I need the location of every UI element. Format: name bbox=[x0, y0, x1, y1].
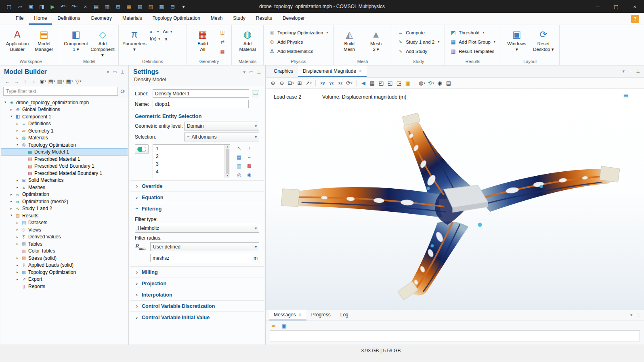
section-equation[interactable]: ›Equation bbox=[130, 192, 264, 203]
image-snapshot-icon[interactable]: ◉ bbox=[436, 79, 444, 87]
menu-tab-results[interactable]: Results bbox=[251, 13, 277, 25]
chevron-right-icon[interactable]: ▸ bbox=[9, 200, 13, 203]
chevron-down-icon[interactable]: ▸ bbox=[10, 214, 13, 218]
zoom-to-selection-icon[interactable]: ◎ bbox=[234, 171, 244, 179]
ribbon-button-geometry-actions[interactable]: ▦ bbox=[219, 48, 227, 55]
tree-item-derived-values[interactable]: ▸∑Derived Values bbox=[1, 234, 128, 241]
tree-item-reports[interactable]: ▯Reports bbox=[1, 283, 128, 290]
float-panel-icon[interactable]: ▭ bbox=[628, 69, 632, 74]
table-icon[interactable]: ▩ bbox=[157, 2, 167, 11]
show-icon[interactable]: ◉▾ bbox=[39, 77, 47, 85]
tree-item-results[interactable]: ▸▥Results bbox=[1, 212, 128, 219]
section-control-variable-discretization[interactable]: ›Control Variable Discretization bbox=[130, 300, 264, 311]
ribbon-button-constants[interactable]: π bbox=[163, 36, 169, 42]
menu-tab-developer[interactable]: Developer bbox=[277, 13, 310, 25]
chevron-right-icon[interactable]: ▸ bbox=[9, 207, 13, 210]
chevron-right-icon[interactable]: ▸ bbox=[15, 256, 19, 260]
graphics-canvas[interactable]: Load case 2 Volume: Displacement magnitu… bbox=[266, 89, 644, 309]
selection-list-item[interactable]: 3 bbox=[153, 160, 230, 168]
messages-tab-log[interactable]: Log bbox=[336, 309, 353, 320]
section-interpolation[interactable]: ›Interpolation bbox=[130, 289, 264, 300]
ribbon-button-application-builder[interactable]: AApplicationBuilder bbox=[4, 26, 30, 58]
tree-item-geometry-1[interactable]: ▸▱Geometry 1 bbox=[1, 127, 128, 135]
zoom-extents-icon[interactable]: ⊞ bbox=[296, 79, 304, 87]
tree-item-optimization[interactable]: ▸∞Optimization bbox=[1, 191, 128, 198]
messages-content[interactable] bbox=[270, 330, 640, 341]
chevron-right-icon[interactable]: ▸ bbox=[15, 263, 19, 267]
move-down-icon[interactable]: ↓ bbox=[30, 77, 38, 85]
tree-item-meshes[interactable]: ▸▲Meshes bbox=[1, 184, 128, 191]
ribbon-button-add-plot-group[interactable]: ▦Add Plot Group▾ bbox=[448, 38, 498, 46]
view-lock-icon[interactable]: ▣ bbox=[404, 79, 412, 87]
minimize-button[interactable]: ─ bbox=[588, 0, 607, 13]
tree-item-materials[interactable]: ▸◍Materials bbox=[1, 135, 128, 142]
refresh-icon[interactable]: ⟳ bbox=[120, 88, 125, 95]
pin-panel-icon[interactable]: ⊥ bbox=[257, 69, 261, 75]
save-icon[interactable]: ▣ bbox=[26, 2, 36, 11]
copy-selection-icon[interactable]: ▤ bbox=[234, 153, 244, 161]
selection-list-item[interactable]: 1 bbox=[153, 145, 230, 152]
show-selection-icon[interactable]: ◉ bbox=[244, 171, 254, 179]
ribbon-button-model-manager[interactable]: ▤ModelManager bbox=[31, 26, 57, 58]
graphics-tab-displacement-magnitude[interactable]: Displacement Magnitude× bbox=[298, 65, 367, 77]
chevron-right-icon[interactable]: ▸ bbox=[15, 179, 19, 182]
close-tab-icon[interactable]: × bbox=[299, 312, 302, 318]
ribbon-button-add-physics[interactable]: ⊕Add Physics bbox=[266, 38, 330, 46]
scroll-up-icon[interactable] bbox=[227, 145, 228, 148]
create-selection-icon[interactable]: ↖ bbox=[234, 144, 244, 152]
scene-light-icon[interactable]: ◀ bbox=[359, 79, 367, 87]
tree-item-datasets[interactable]: ▸▤Datasets bbox=[1, 219, 128, 227]
graphics-tab-graphics[interactable]: Graphics bbox=[269, 65, 298, 77]
pin-panel-icon[interactable]: ⊥ bbox=[636, 69, 640, 74]
save-as-icon[interactable]: ◨ bbox=[37, 2, 47, 11]
panel-menu-icon[interactable]: ▾ bbox=[107, 69, 109, 75]
ribbon-button-study-select[interactable]: ∿Study 1 and 2▾ bbox=[395, 38, 442, 46]
new-file-icon[interactable]: ▢ bbox=[4, 2, 14, 11]
tree-item-prescribed-material-1[interactable]: ▨Prescribed Material 1 bbox=[1, 156, 128, 163]
chevron-right-icon[interactable]: ▸ bbox=[15, 129, 19, 133]
chevron-right-icon[interactable]: ▸ bbox=[15, 136, 19, 140]
insert-component-icon[interactable]: ⊞ bbox=[113, 2, 123, 11]
interpolation-icon[interactable]: ▨ bbox=[146, 2, 156, 11]
update-plot-icon[interactable]: ⟳▾ bbox=[345, 79, 353, 87]
render-options-icon[interactable]: ◰ bbox=[377, 79, 385, 87]
open-file-icon[interactable]: ▱ bbox=[15, 2, 25, 11]
menu-tab-definitions[interactable]: Definitions bbox=[52, 13, 85, 25]
menu-tab-home[interactable]: Home bbox=[29, 13, 52, 25]
tree-item-topology-optimization[interactable]: ▸◎Topology Optimization bbox=[1, 141, 128, 149]
tree-item-global-definitions[interactable]: ▸⊕Global Definitions bbox=[1, 106, 128, 114]
label-input[interactable] bbox=[153, 89, 249, 98]
clear-selection-icon[interactable]: ⊠ bbox=[244, 162, 254, 170]
plot-info-icon[interactable]: ▤ bbox=[623, 92, 629, 99]
ribbon-button-physics-interface[interactable]: ◎Topology Optimization▾ bbox=[266, 29, 330, 36]
close-tab-icon[interactable]: × bbox=[359, 68, 362, 74]
matrix-icon[interactable]: ▧ bbox=[135, 2, 145, 11]
view-yz-icon[interactable]: yz bbox=[327, 79, 336, 87]
pin-panel-icon[interactable]: ⊥ bbox=[120, 69, 124, 75]
tree-item-views[interactable]: ▸◇Views bbox=[1, 226, 128, 234]
ribbon-button-compute[interactable]: =Compute bbox=[395, 29, 442, 36]
clip-planes-icon[interactable]: ◲ bbox=[395, 79, 403, 87]
tree-item-component-1[interactable]: ▸◧Component 1 bbox=[1, 113, 128, 120]
zoom-in-icon[interactable]: ⊕ bbox=[269, 79, 277, 87]
close-button[interactable]: × bbox=[625, 0, 644, 13]
filter-radius-input[interactable] bbox=[150, 254, 251, 262]
tree-item-definitions[interactable]: ▸≡Definitions bbox=[1, 120, 128, 128]
tree-item-export[interactable]: ▸↗Export bbox=[1, 276, 128, 283]
forward-icon[interactable]: → bbox=[12, 77, 20, 85]
expand-all-icon[interactable]: ▥▾ bbox=[57, 77, 65, 85]
selection-select[interactable]: All domains bbox=[184, 133, 259, 141]
customize-quick-access-icon[interactable]: ▾ bbox=[178, 2, 189, 11]
filter-nodes-icon[interactable]: ▽▾ bbox=[74, 77, 82, 85]
chevron-right-icon[interactable]: ▸ bbox=[15, 185, 19, 189]
tree-item-optimization-mesh2[interactable]: ▸∞Optimization (mesh2) bbox=[1, 198, 128, 205]
selection-list-item[interactable]: 4 bbox=[153, 168, 230, 175]
section-override[interactable]: ›Override bbox=[130, 180, 264, 192]
maximize-button[interactable]: ▢ bbox=[607, 0, 625, 13]
scroll-down-icon[interactable] bbox=[227, 174, 228, 177]
model-tree-nodes-icon[interactable]: ▦▾ bbox=[65, 77, 73, 85]
menu-tab-mesh[interactable]: Mesh bbox=[206, 13, 228, 25]
label-display-toggle-icon[interactable]: ▭ bbox=[252, 90, 259, 97]
ribbon-button-import-geometry[interactable]: ◫ bbox=[219, 29, 227, 36]
chevron-right-icon[interactable]: ▸ bbox=[15, 235, 19, 239]
